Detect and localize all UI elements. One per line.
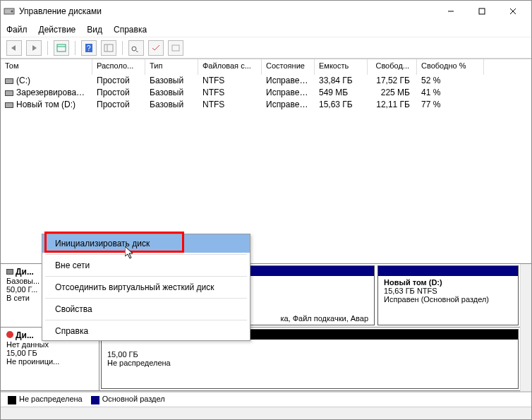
ctx-separator bbox=[45, 276, 247, 277]
ctx-properties[interactable]: Свойства bbox=[42, 300, 250, 318]
list-view-button[interactable] bbox=[128, 40, 144, 56]
menu-bar: Файл Действие Вид Справка bbox=[1, 22, 531, 37]
volume-icon bbox=[5, 90, 13, 96]
cell: Базовый bbox=[145, 75, 198, 87]
cell: 41 % bbox=[417, 87, 484, 99]
ctx-separator bbox=[45, 298, 247, 299]
forward-button[interactable] bbox=[26, 40, 42, 56]
legend-unallocated: Не распределена bbox=[19, 395, 83, 403]
cell: (C:) bbox=[16, 76, 30, 85]
volume-icon bbox=[5, 102, 13, 108]
disk-management-window: Управление дисками Файл Действие Вид Спр… bbox=[0, 0, 532, 420]
maximize-button[interactable] bbox=[466, 1, 497, 22]
cell: Базовый bbox=[145, 87, 198, 99]
cell: 15,63 ГБ bbox=[315, 99, 368, 111]
toolbar-separator bbox=[75, 41, 75, 55]
status-bar bbox=[1, 407, 531, 419]
col-free[interactable]: Свобод... bbox=[368, 59, 417, 75]
part-name: Новый том (D:) bbox=[384, 278, 442, 287]
col-filesystem[interactable]: Файловая с... bbox=[198, 59, 262, 75]
ctx-initialize-disk[interactable]: Инициализировать диск bbox=[42, 234, 250, 253]
svg-point-1 bbox=[11, 11, 13, 13]
col-status[interactable]: Состояние bbox=[262, 59, 315, 75]
disk-context-menu: Инициализировать диск Вне сети Отсоедини… bbox=[42, 234, 250, 341]
close-button[interactable] bbox=[497, 1, 528, 22]
menu-help[interactable]: Справка bbox=[114, 25, 147, 35]
cell: 77 % bbox=[417, 99, 484, 111]
part-size: 15,00 ГБ bbox=[107, 350, 138, 359]
menu-file[interactable]: Файл bbox=[6, 25, 28, 35]
disk-1-name: Ди... bbox=[16, 330, 34, 340]
part-status: Исправен (Основной раздел) bbox=[384, 295, 489, 304]
volume-table: Том Располо... Тип Файловая с... Состоян… bbox=[1, 59, 531, 111]
part-sizefs: 15,63 ГБ NTFS bbox=[384, 287, 437, 295]
table-row[interactable]: Зарезервировано... Простой Базовый NTFS … bbox=[1, 87, 531, 99]
cell: Исправен... bbox=[262, 75, 315, 87]
disk-offline-icon bbox=[6, 331, 13, 338]
legend-swatch-primary bbox=[91, 396, 99, 404]
refresh-toolbar-button[interactable] bbox=[101, 40, 116, 56]
volume-table-header: Том Располо... Тип Файловая с... Состоян… bbox=[1, 59, 531, 75]
cell: NTFS bbox=[198, 75, 262, 87]
table-row[interactable]: (C:) Простой Базовый NTFS Исправен... 33… bbox=[1, 75, 531, 87]
table-row[interactable]: Новый том (D:) Простой Базовый NTFS Испр… bbox=[1, 99, 531, 111]
svg-rect-3 bbox=[479, 8, 485, 14]
window-title: Управление дисками bbox=[19, 6, 435, 16]
col-type[interactable]: Тип bbox=[145, 59, 198, 75]
cell: Исправен... bbox=[262, 87, 315, 99]
ctx-detach-vhd[interactable]: Отсоединить виртуальный жесткий диск bbox=[42, 278, 250, 296]
legend-swatch-unallocated bbox=[8, 396, 16, 404]
disk-0-part-2[interactable]: Новый том (D:) 15,63 ГБ NTFS Исправен (О… bbox=[377, 265, 519, 325]
menu-view[interactable]: Вид bbox=[87, 25, 102, 35]
minimize-button[interactable] bbox=[435, 1, 466, 22]
toolbar-separator bbox=[122, 41, 123, 55]
app-icon bbox=[4, 6, 15, 17]
col-free-pct[interactable]: Свободно % bbox=[417, 59, 484, 75]
legend-primary: Основной раздел bbox=[102, 395, 165, 403]
volume-table-body: (C:) Простой Базовый NTFS Исправен... 33… bbox=[1, 75, 531, 111]
help-toolbar-button[interactable]: ? bbox=[81, 40, 97, 56]
cell: NTFS bbox=[198, 99, 262, 111]
disk-1-status: Не проиници... bbox=[6, 357, 59, 366]
disk-0-type: Базовы... bbox=[6, 277, 40, 285]
ctx-offline[interactable]: Вне сети bbox=[42, 256, 250, 275]
cell: 225 МБ bbox=[368, 87, 417, 99]
disk-0-status: В сети bbox=[6, 294, 30, 302]
cell: 549 МБ bbox=[315, 87, 368, 99]
cell: Простой bbox=[92, 75, 145, 87]
cell: 17,52 ГБ bbox=[368, 75, 417, 87]
disk-hdr-icon bbox=[6, 269, 13, 275]
back-button[interactable] bbox=[6, 40, 22, 56]
svg-line-13 bbox=[136, 51, 139, 52]
check-toolbar-button[interactable] bbox=[148, 40, 164, 56]
svg-point-12 bbox=[132, 47, 136, 51]
cell: NTFS bbox=[198, 87, 262, 99]
col-capacity[interactable]: Емкость bbox=[315, 59, 368, 75]
disk-0-name: Ди... bbox=[16, 267, 34, 277]
disk-pane-scrollbar[interactable] bbox=[520, 264, 531, 391]
disk-0-size: 50,00 Г... bbox=[6, 285, 37, 294]
grid-toolbar-button[interactable] bbox=[168, 40, 183, 56]
volume-icon bbox=[5, 78, 13, 84]
ctx-help[interactable]: Справка bbox=[42, 322, 250, 340]
svg-rect-14 bbox=[172, 45, 179, 51]
toolbar: ? bbox=[1, 37, 531, 59]
cell: 52 % bbox=[417, 75, 484, 87]
ctx-separator bbox=[45, 320, 247, 320]
props-toolbar-button[interactable] bbox=[54, 40, 69, 56]
cell: Новый том (D:) bbox=[16, 100, 75, 109]
disk-1-size: 15,00 ГБ bbox=[6, 349, 37, 357]
col-layout[interactable]: Располо... bbox=[92, 59, 145, 75]
cell: Зарезервировано... bbox=[16, 88, 92, 97]
svg-rect-6 bbox=[57, 44, 66, 52]
disk-1-type: Нет данных bbox=[6, 340, 49, 349]
svg-rect-10 bbox=[104, 44, 113, 52]
part-status-tail: ка, Файл подкачки, Авар bbox=[280, 314, 368, 323]
col-volume[interactable]: Том bbox=[1, 59, 92, 75]
menu-action[interactable]: Действие bbox=[39, 25, 76, 35]
cell: Простой bbox=[92, 99, 145, 111]
part-status: Не распределена bbox=[107, 359, 171, 367]
legend-bar: Не распределена Основной раздел bbox=[1, 391, 531, 407]
titlebar: Управление дисками bbox=[1, 1, 531, 22]
cell: Исправен... bbox=[262, 99, 315, 111]
